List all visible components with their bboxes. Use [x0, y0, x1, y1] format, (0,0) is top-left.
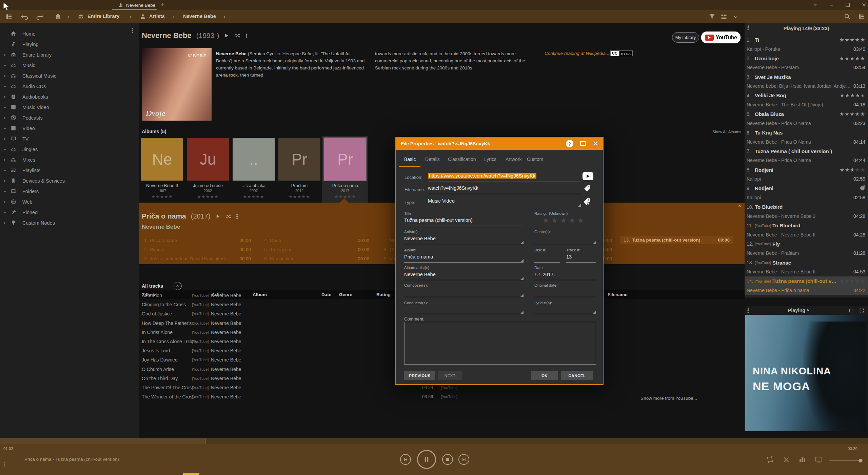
location-field[interactable]: https://www.youtube.com/watch?v=INgJ6Snv…	[428, 173, 536, 179]
auto-tag-icon[interactable]	[583, 197, 591, 206]
dialog-maximize-icon[interactable]	[580, 141, 586, 146]
tab-neverne-bebe[interactable]: Neverne Bebe	[115, 0, 159, 10]
expand-arrow-icon[interactable]: ▸	[4, 53, 10, 57]
previous-button[interactable]: PREVIOUS	[404, 371, 435, 380]
tab-basic[interactable]: Basic	[404, 157, 416, 162]
cancel-button[interactable]: CANCEL	[561, 371, 593, 380]
expand-arrow-icon[interactable]: ▸	[4, 63, 10, 67]
redo-icon[interactable]	[35, 13, 44, 20]
playlist-item-8[interactable]: 8.Rodjeni★★★★★★Kaliopi02:59	[745, 165, 868, 184]
tab-artwork[interactable]: Artwork	[506, 157, 521, 162]
album-track[interactable]: 2.Svemir00:00	[144, 245, 251, 254]
sidebar-item-audio-cds[interactable]: ▸Audio CDs	[0, 81, 139, 91]
shuffle-icon[interactable]	[234, 33, 241, 39]
sidebar-item-audiobooks[interactable]: ▸Audiobooks	[0, 91, 139, 102]
track-number-field[interactable]: 13	[566, 254, 572, 260]
comment-field[interactable]	[404, 322, 596, 365]
album-artist-field[interactable]: Neverne Bebe	[404, 272, 436, 277]
show-all-albums-link[interactable]: Show All Albums	[692, 130, 741, 134]
playlist-item-3[interactable]: 3.Svet Je MuzikaNeverne bebe; Bilja Krst…	[745, 73, 868, 91]
album-tile-2[interactable]: JuJuzno od sreće2002★★★★★	[187, 138, 229, 200]
undo-icon[interactable]	[20, 13, 29, 20]
rating-stars[interactable]: ★★★★★	[839, 37, 865, 43]
expand-arrow-icon[interactable]: ▸	[4, 200, 10, 204]
tab-details[interactable]: Details	[425, 157, 440, 162]
playlist-item-7[interactable]: 7.Tuzna Pesma ( chil out version )Nevern…	[745, 147, 868, 165]
sidebar-item-music-video[interactable]: ▸Music Video	[0, 102, 139, 112]
play-artist-icon[interactable]	[224, 33, 229, 39]
search-icon[interactable]	[844, 13, 851, 20]
ok-button[interactable]: OK	[531, 371, 558, 380]
my-library-button[interactable]: My Library	[672, 32, 699, 43]
album-track[interactable]: 4.Doria00:00	[264, 236, 369, 245]
panel-toggle-icon[interactable]	[5, 13, 13, 20]
player-options-icon[interactable]: •••	[3, 461, 5, 467]
next-button[interactable]: NEXT	[438, 371, 462, 380]
dialog-titlebar[interactable]: File Properties - watch?v=INgJ6SnvyKk ? …	[396, 138, 603, 150]
window-dropdown-icon[interactable]	[812, 2, 818, 7]
expand-arrow-icon[interactable]: ▸	[4, 74, 10, 78]
expand-arrow-icon[interactable]: ▸	[4, 158, 10, 162]
date-field[interactable]: 1.1.2017.	[534, 272, 555, 277]
tab-lyrics[interactable]: Lyrics	[484, 157, 496, 162]
volume-slider[interactable]	[829, 460, 863, 461]
album-tile-4[interactable]: PrPraštam2012★★★★★	[278, 138, 320, 200]
rating-stars[interactable]: ★★★★★★	[840, 92, 865, 99]
artist-field[interactable]: Neverne Bebe	[404, 236, 436, 241]
rating-stars[interactable]: ★★★★★	[839, 111, 865, 117]
album-track[interactable]: 5.Tu kraj nas00:00	[264, 245, 369, 254]
play-album-icon[interactable]	[215, 213, 220, 219]
album-field[interactable]: Priča o nama	[404, 254, 433, 260]
help-icon[interactable]: ?	[566, 140, 573, 147]
expand-arrow-icon[interactable]: ▸	[4, 137, 10, 141]
expand-arrow-icon[interactable]: ▸	[4, 189, 10, 193]
title-field[interactable]: Tužna pesma (chill-out version)	[404, 218, 473, 223]
sidebar-item-web[interactable]: ▸Web	[0, 197, 139, 207]
playlist-item-9[interactable]: 9.RodjeniKaliopi02:58	[745, 184, 868, 202]
playlist-item-4[interactable]: 4.Veliki Je Bog★★★★★★Neverne Bebe - The …	[745, 91, 868, 109]
artist-more-icon[interactable]: •••	[245, 33, 247, 38]
video-panel-title[interactable]: Playing ˅	[749, 308, 848, 313]
dialog-close-icon[interactable]: ✕	[593, 140, 598, 147]
rating-stars[interactable]: ★★★★★	[839, 278, 865, 284]
pause-button[interactable]	[417, 450, 436, 469]
type-select[interactable]: Music Video	[428, 198, 455, 204]
expand-arrow-icon[interactable]: ▸	[4, 168, 10, 172]
sidebar-item-pinned[interactable]: ▸Pinned	[0, 207, 139, 218]
album-track[interactable]: 3.Još se nadam feat. Daniel Kajmakoski00…	[144, 254, 251, 263]
new-tab-button[interactable]: +	[161, 1, 164, 8]
sidebar-item-custom-nodes[interactable]: ▸Custom Nodes	[0, 218, 139, 228]
show-more-youtube-link[interactable]: Show more from YouTube...	[626, 396, 697, 401]
album-track[interactable]: 6.Kap po kap00:00	[264, 254, 369, 263]
playlist-item-2[interactable]: 2.Uzmi boje★★★★★Neverne Bebe - Prastam03…	[745, 54, 868, 72]
file-name-field[interactable]: watch?v=INgJ6SnvyKk	[428, 185, 478, 191]
breadcrumb-artists[interactable]: Artists	[149, 14, 165, 19]
expand-arrow-icon[interactable]: ▸	[4, 147, 10, 151]
filter-icon[interactable]	[709, 13, 715, 20]
sidebar-item-folders[interactable]: ▸Folders	[0, 186, 139, 197]
album-track[interactable]: 1.Priča o nama00:00	[144, 236, 251, 245]
volume-knob[interactable]	[859, 459, 862, 462]
album-section-close-icon[interactable]: ✕	[738, 203, 742, 208]
sidebar-item-music[interactable]: ▸Music	[0, 60, 139, 70]
equalizer-icon[interactable]	[798, 455, 806, 463]
home-icon[interactable]	[54, 13, 62, 20]
expand-arrow-icon[interactable]: ▸	[4, 105, 10, 109]
detach-icon[interactable]	[848, 308, 854, 313]
expand-arrow-icon[interactable]: ▸	[4, 210, 10, 214]
sidebar-item-podcasts[interactable]: ▸Podcasts	[0, 112, 139, 123]
tab-classification[interactable]: Classification	[448, 157, 476, 162]
sidebar-item-mixes[interactable]: ▸Mixes	[0, 154, 139, 165]
album-more-icon[interactable]: •••	[236, 214, 238, 219]
window-maximize-icon[interactable]	[846, 3, 850, 7]
playlist-item-6[interactable]: 6.Tu Kraj NasNeverne Bebe - Prica O Nama…	[745, 128, 868, 146]
crossfade-off-icon[interactable]	[783, 456, 790, 463]
breadcrumb-entire-library[interactable]: Entire Library	[87, 14, 119, 19]
sidebar-item-home[interactable]: Home	[0, 28, 139, 39]
sidebar-item-devices-services[interactable]: ▸Devices & Services	[0, 175, 139, 186]
previous-track-button[interactable]	[400, 454, 411, 465]
view-mode-icon[interactable]	[720, 13, 728, 20]
tag-icon[interactable]	[583, 184, 591, 192]
playlist-item-1[interactable]: 1.Ti★★★★★Kaliopi - Poruka03:40	[745, 35, 868, 54]
album-tile-5[interactable]: PrPriča o nama2017★★★★★	[324, 138, 366, 200]
